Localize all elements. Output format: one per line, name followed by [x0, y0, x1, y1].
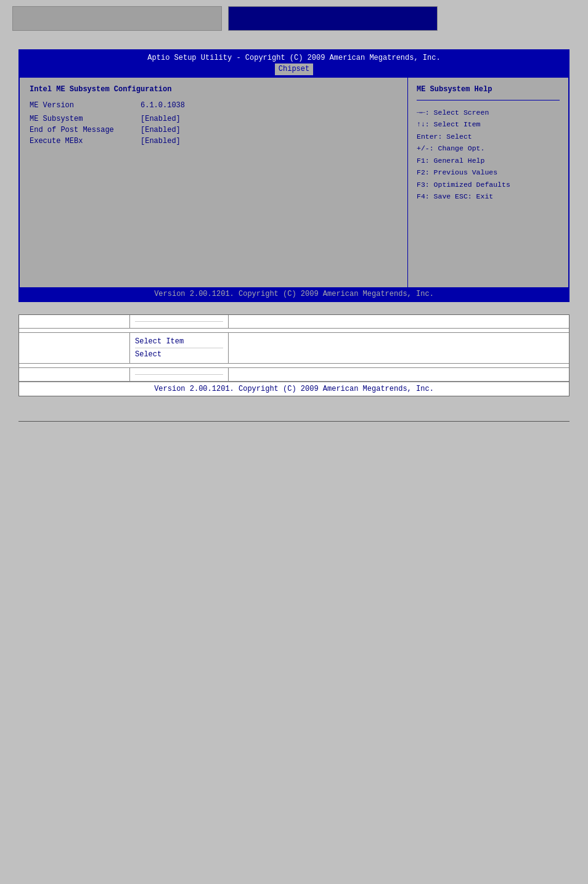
- shortcut-f3: F3: Optimized Defaults: [417, 179, 560, 191]
- bios-footer: Version 2.00.1201. Copyright (C) 2009 Am…: [20, 287, 568, 301]
- table-row-1: [19, 315, 569, 329]
- setting-end-post-label: End of Post Message: [30, 126, 141, 134]
- shortcut-select-screen: →←: Select Screen: [417, 107, 560, 119]
- table-divider-2: [19, 364, 569, 368]
- table-divider-1-cell: [19, 329, 569, 332]
- table-divider-2-cell: [19, 364, 569, 367]
- setting-execute-mebx-value: [Enabled]: [141, 137, 181, 145]
- table-r3-col2: Select Item Select: [130, 333, 229, 363]
- bios-active-tab[interactable]: Chipset: [275, 63, 313, 75]
- table-r5-col2: [130, 368, 229, 381]
- setting-end-post-value: [Enabled]: [141, 126, 181, 134]
- bios-title-text: Aptio Setup Utility - Copyright (C) 2009…: [147, 54, 440, 62]
- setting-me-version-value: 6.1.0.1038: [141, 101, 185, 110]
- table-r5-col2-row2: [135, 375, 223, 379]
- help-title: ME Subsystem Help: [417, 85, 560, 94]
- setting-end-post[interactable]: End of Post Message [Enabled]: [30, 126, 398, 134]
- setting-me-version-label: ME Version: [30, 101, 141, 110]
- table-r3-col3: [229, 333, 569, 363]
- table-divider-1: [19, 329, 569, 333]
- shortcut-f1: F1: General Help: [417, 155, 560, 167]
- bios-title-bar: Aptio Setup Utility - Copyright (C) 2009…: [20, 51, 568, 78]
- shortcut-enter: Enter: Select: [417, 131, 560, 143]
- table-area: Select Item Select Version 2.00.1201. Co…: [18, 314, 570, 396]
- table-r1-col2: [130, 315, 229, 328]
- table-r5-col1: [19, 368, 130, 381]
- bios-right-panel: ME Subsystem Help →←: Select Screen ↑↓: …: [408, 78, 568, 287]
- table-r3-col2-row2[interactable]: Select: [135, 348, 223, 361]
- table-r1-col2-row2: [135, 322, 223, 325]
- setting-execute-mebx[interactable]: Execute MEBx [Enabled]: [30, 137, 398, 145]
- shortcut-select-item: ↑↓: Select Item: [417, 118, 560, 131]
- header-right-block: [228, 6, 438, 31]
- shortcut-f2: F2: Previous Values: [417, 166, 560, 179]
- table-footer: Version 2.00.1201. Copyright (C) 2009 Am…: [19, 382, 569, 396]
- table-r3-col2-row1[interactable]: Select Item: [135, 335, 223, 348]
- top-header: [0, 0, 588, 37]
- setting-me-subsystem-value: [Enabled]: [141, 115, 181, 123]
- table-row-3: Select Item Select: [19, 333, 569, 364]
- setting-execute-mebx-label: Execute MEBx: [30, 137, 141, 145]
- shortcut-change: +/-: Change Opt.: [417, 142, 560, 155]
- bios-screen: Aptio Setup Utility - Copyright (C) 2009…: [18, 49, 570, 302]
- bottom-separator: [18, 421, 570, 422]
- setting-me-subsystem[interactable]: ME Subsystem [Enabled]: [30, 115, 398, 123]
- shortcuts-list: →←: Select Screen ↑↓: Select Item Enter:…: [417, 107, 560, 203]
- shortcut-f4: F4: Save ESC: Exit: [417, 190, 560, 203]
- table-row-5: [19, 368, 569, 382]
- table-r1-col2-row1: [135, 317, 223, 322]
- help-divider: [417, 100, 560, 100]
- header-left-block: [12, 6, 222, 31]
- bios-left-panel: Intel ME Subsystem Configuration ME Vers…: [20, 78, 408, 287]
- setting-me-version: ME Version 6.1.0.1038: [30, 101, 398, 110]
- setting-group: ME Subsystem [Enabled] End of Post Messa…: [30, 115, 398, 145]
- section-title: Intel ME Subsystem Configuration: [30, 85, 398, 94]
- setting-me-subsystem-label: ME Subsystem: [30, 115, 141, 123]
- table-r5-col3: [229, 368, 569, 381]
- table-r1-col1: [19, 315, 130, 328]
- table-r5-col2-row1: [135, 370, 223, 375]
- table-r1-col3: [229, 315, 569, 328]
- table-r3-col1: [19, 333, 130, 363]
- bios-content-area: Intel ME Subsystem Configuration ME Vers…: [20, 78, 568, 287]
